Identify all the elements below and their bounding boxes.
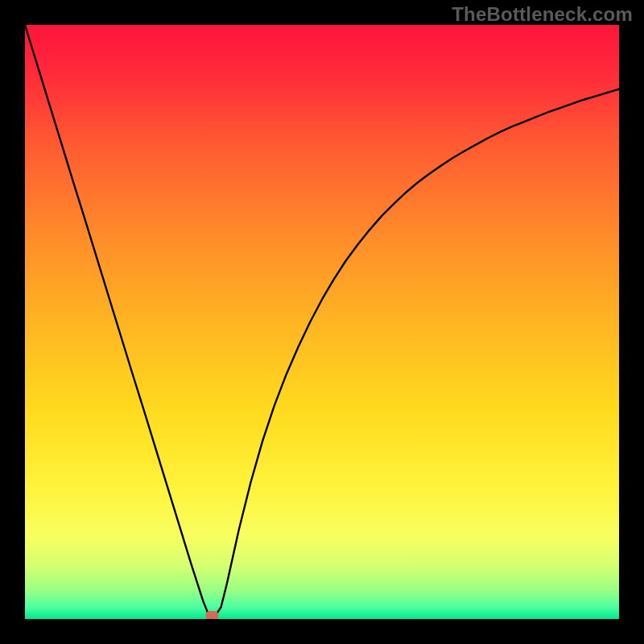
ideal-point-marker <box>205 611 218 619</box>
chart-frame: TheBottleneck.com <box>0 0 644 644</box>
chart-svg <box>25 25 619 619</box>
gradient-background <box>25 25 619 619</box>
plot-area <box>25 25 619 619</box>
watermark-text: TheBottleneck.com <box>452 3 633 26</box>
